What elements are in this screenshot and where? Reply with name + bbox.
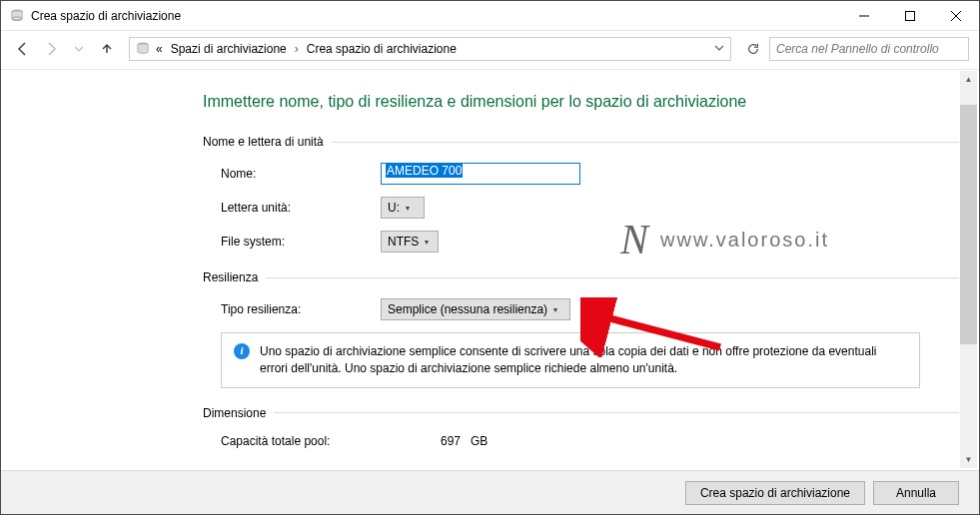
search-placeholder: Cerca nel Pannello di controllo xyxy=(776,42,939,56)
capacity-unit: GB xyxy=(471,434,488,448)
address-bar[interactable]: « Spazi di archiviazione › Crea spazio d… xyxy=(129,37,731,61)
name-label: Nome: xyxy=(221,167,381,181)
content-area: Immettere nome, tipo di resilienza e dim… xyxy=(13,71,959,468)
divider xyxy=(266,277,959,278)
fs-label: File system: xyxy=(221,235,381,249)
scrollbar-vertical[interactable]: ▲ ▼ xyxy=(960,71,977,468)
breadcrumb-sep: › xyxy=(293,42,301,56)
watermark-logo: N xyxy=(620,216,648,263)
name-value: AMEDEO 700 xyxy=(386,164,463,178)
cancel-button[interactable]: Annulla xyxy=(873,481,959,505)
letter-value: U: xyxy=(388,201,400,215)
info-icon: i xyxy=(234,343,250,359)
page-title: Immettere nome, tipo di resilienza e dim… xyxy=(203,93,959,111)
group-name: Nome e lettera di unità Nome: AMEDEO 700… xyxy=(203,135,959,253)
divider xyxy=(332,142,959,143)
breadcrumb-item[interactable]: Crea spazio di archiviazione xyxy=(305,42,459,56)
capacity-label: Capacità totale pool: xyxy=(221,434,411,448)
letter-label: Lettera unità: xyxy=(221,201,381,215)
separator xyxy=(1,69,979,70)
app-icon xyxy=(9,8,25,24)
res-type-dropdown[interactable]: Semplice (nessuna resilienza) ▾ xyxy=(381,298,570,320)
back-button[interactable] xyxy=(11,37,35,61)
maximize-button[interactable] xyxy=(887,1,933,31)
minimize-button[interactable] xyxy=(841,1,887,31)
group-resilience: Resilienza Tipo resilienza: Semplice (ne… xyxy=(203,270,959,388)
info-text: Uno spazio di archiviazione semplice con… xyxy=(260,343,907,377)
up-button[interactable] xyxy=(95,37,119,61)
svg-rect-3 xyxy=(906,11,915,20)
breadcrumb-prefix: « xyxy=(154,42,165,56)
res-type-value: Semplice (nessuna resilienza) xyxy=(388,302,547,316)
recent-dropdown[interactable] xyxy=(67,37,91,61)
fs-value: NTFS xyxy=(388,235,419,249)
window-title: Crea spazio di archiviazione xyxy=(31,9,841,23)
breadcrumb-item[interactable]: Spazi di archiviazione xyxy=(169,42,289,56)
group-res-title: Resilienza xyxy=(203,270,258,284)
info-box: i Uno spazio di archiviazione semplice c… xyxy=(221,332,920,388)
group-dim-title: Dimensione xyxy=(203,406,266,420)
watermark: N www.valoroso.it xyxy=(620,216,829,263)
chevron-down-icon: ▾ xyxy=(425,238,429,247)
group-dimension: Dimensione Capacità totale pool: 697 GB xyxy=(203,406,959,448)
scroll-thumb[interactable] xyxy=(960,105,977,344)
titlebar: Crea spazio di archiviazione xyxy=(1,1,979,31)
refresh-button[interactable] xyxy=(741,37,765,61)
button-bar: Crea spazio di archiviazione Annulla xyxy=(1,470,979,514)
chevron-down-icon: ▾ xyxy=(406,204,410,213)
navbar: « Spazi di archiviazione › Crea spazio d… xyxy=(1,31,979,67)
chevron-down-icon: ▾ xyxy=(553,305,557,314)
res-type-label: Tipo resilienza: xyxy=(221,302,381,316)
capacity-value: 697 xyxy=(411,434,471,448)
scroll-down-icon[interactable]: ▼ xyxy=(960,451,977,468)
group-name-title: Nome e lettera di unità xyxy=(203,135,324,149)
address-dropdown-icon[interactable] xyxy=(714,42,724,56)
watermark-url: www.valoroso.it xyxy=(660,229,829,252)
name-input[interactable]: AMEDEO 700 xyxy=(381,163,580,185)
location-icon xyxy=(136,42,150,56)
search-input[interactable]: Cerca nel Pannello di controllo xyxy=(769,37,969,61)
scroll-track[interactable] xyxy=(960,88,977,451)
create-button[interactable]: Crea spazio di archiviazione xyxy=(685,481,865,505)
forward-button[interactable] xyxy=(39,37,63,61)
divider xyxy=(274,412,959,413)
fs-dropdown[interactable]: NTFS ▾ xyxy=(381,231,439,253)
scroll-up-icon[interactable]: ▲ xyxy=(960,71,977,88)
letter-dropdown[interactable]: U: ▾ xyxy=(381,197,425,219)
close-button[interactable] xyxy=(933,1,979,31)
